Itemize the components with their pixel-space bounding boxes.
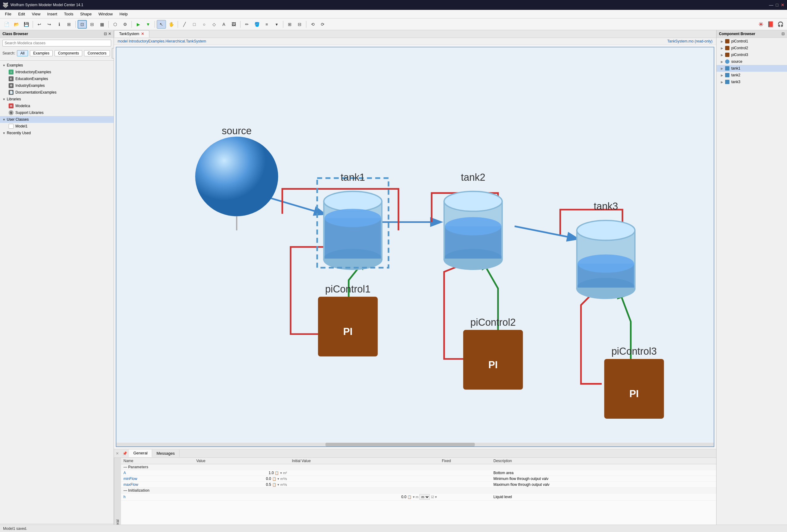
libraries-header[interactable]: ▼ Libraries	[0, 96, 114, 103]
tree-item-support[interactable]: S Support Libraries	[0, 109, 114, 116]
menu-insert[interactable]: Insert	[44, 11, 60, 17]
checkbox-icon[interactable]: ☑	[431, 495, 434, 499]
minimize-button[interactable]: —	[769, 2, 773, 7]
wolfram-icon[interactable]: ✳	[756, 20, 765, 29]
examples-header[interactable]: ▼ Examples	[0, 62, 114, 69]
pin-properties-button[interactable]: 📌	[121, 451, 129, 456]
redo-button[interactable]: ↪	[45, 20, 54, 29]
close-properties-button[interactable]: ✕	[114, 451, 121, 456]
info-button[interactable]: ℹ	[55, 20, 64, 29]
param-a-desc: Bottom area	[491, 470, 717, 476]
circle-tool[interactable]: ○	[199, 20, 209, 29]
tree-item-modelica[interactable]: M Modelica	[0, 103, 114, 109]
tree-item-documentation[interactable]: 📄 DocumentationExamples	[0, 89, 114, 96]
new-button[interactable]: 📄	[2, 20, 11, 29]
dropdown-icon[interactable]: ▾	[280, 471, 282, 475]
open-button[interactable]: 📂	[12, 20, 21, 29]
headset-icon[interactable]: 🎧	[776, 20, 785, 29]
filter-connectors[interactable]: Connectors	[84, 50, 110, 56]
export-button[interactable]: ⬡	[110, 20, 120, 29]
simulate-button[interactable]: ▶	[134, 20, 143, 29]
redo2-button[interactable]: ⟳	[318, 20, 327, 29]
filter-components[interactable]: Components	[55, 50, 82, 56]
save-button[interactable]: 💾	[22, 20, 31, 29]
pi-icon	[725, 52, 729, 57]
param-a-name[interactable]: A	[121, 470, 194, 476]
class-browser-restore[interactable]: ⊡	[104, 32, 107, 36]
dash-tool[interactable]: ▾	[272, 20, 281, 29]
param-maxflow-name[interactable]: maxFlow	[121, 482, 194, 488]
dropdown2-icon[interactable]: ▾	[435, 495, 437, 499]
comp-item-picontrol3[interactable]: ▶ piControl3	[717, 51, 787, 58]
comp-restore[interactable]: ⊡	[782, 32, 785, 36]
layer1-button[interactable]: ⊡	[78, 20, 87, 29]
group-tool[interactable]: ⊞	[285, 20, 294, 29]
fit-button[interactable]: ⊞	[64, 20, 73, 29]
edit-icon[interactable]: 📋	[272, 483, 276, 486]
image-tool[interactable]: 🖼	[229, 20, 238, 29]
user-classes-header[interactable]: ▼ User Classes	[0, 116, 114, 123]
simulate-dropdown[interactable]: ▼	[144, 20, 153, 29]
close-button[interactable]: ✕	[781, 2, 785, 7]
menu-tools[interactable]: Tools	[61, 11, 76, 17]
tree-item-industry[interactable]: ⚙ IndustryExamples	[0, 82, 114, 89]
dropdown-icon[interactable]: ▾	[413, 495, 415, 499]
line-tool[interactable]: ╱	[180, 20, 189, 29]
comp-item-picontrol2[interactable]: ▶ piControl2	[717, 45, 787, 51]
layer2-button[interactable]: ⊟	[87, 20, 97, 29]
unit-select[interactable]: m	[419, 494, 430, 500]
recently-used-header[interactable]: ▼ Recently Used	[0, 130, 114, 136]
menu-edit[interactable]: Edit	[15, 11, 28, 17]
menu-shape[interactable]: Shape	[77, 11, 95, 17]
param-minflow-name[interactable]: minFlow	[121, 476, 194, 482]
edit-icon[interactable]: 📋	[275, 471, 279, 475]
menu-window[interactable]: Window	[95, 11, 116, 17]
tank-system-tab[interactable]: TankSystem ✕	[114, 30, 149, 38]
tab-general[interactable]: General	[129, 449, 152, 457]
filter-examples[interactable]: Examples	[30, 50, 53, 56]
diamond-tool[interactable]: ◇	[209, 20, 219, 29]
tree-item-model1[interactable]: Model1	[0, 123, 114, 130]
edit-icon[interactable]: 📋	[407, 495, 412, 499]
tab-messages[interactable]: Messages	[152, 450, 179, 457]
settings-button[interactable]: ⚙	[121, 20, 130, 29]
fill-tool[interactable]: 🪣	[252, 20, 261, 29]
text-tool[interactable]: A	[219, 20, 229, 29]
align-tool[interactable]: ≡	[262, 20, 271, 29]
ungroup-tool[interactable]: ⊟	[295, 20, 304, 29]
comp-item-tank1[interactable]: ▶ tank1	[717, 65, 787, 72]
maximize-button[interactable]: □	[776, 2, 779, 7]
search-input[interactable]	[2, 40, 111, 46]
param-h-name[interactable]: h	[121, 493, 194, 501]
undo2-button[interactable]: ⟲	[308, 20, 317, 29]
undo-button[interactable]: ↩	[35, 20, 44, 29]
filter-all[interactable]: All	[17, 50, 28, 56]
dropdown-icon[interactable]: ▾	[277, 483, 279, 486]
comp-item-picontrol1[interactable]: ▶ piControl1	[717, 38, 787, 45]
side-tab-general[interactable]: General	[114, 458, 121, 532]
tree-item-education[interactable]: E EducationExamples	[0, 76, 114, 82]
menu-file[interactable]: File	[2, 11, 15, 17]
pen-tool[interactable]: ✏	[242, 20, 252, 29]
param-maxflow-desc: Maximum flow through output valv	[491, 482, 717, 488]
menu-view[interactable]: View	[29, 11, 43, 17]
pan-tool[interactable]: 🖐	[167, 20, 176, 29]
comp-label: piControl3	[731, 52, 748, 57]
notebook-icon[interactable]: 📕	[766, 20, 775, 29]
comp-item-tank3[interactable]: ▶ tank3	[717, 79, 787, 85]
select-tool[interactable]: ↖	[157, 20, 166, 29]
svg-point-15	[444, 191, 502, 212]
comp-item-tank2[interactable]: ▶ tank2	[717, 72, 787, 79]
comp-item-source[interactable]: ▶ source	[717, 58, 787, 65]
class-browser-close[interactable]: ✕	[108, 32, 111, 36]
menu-help[interactable]: Help	[116, 11, 131, 17]
dropdown-icon[interactable]: ▾	[277, 477, 279, 481]
layer3-button[interactable]: ▦	[97, 20, 107, 29]
tab-title: TankSystem	[119, 32, 139, 36]
model-canvas[interactable]: source tank1	[116, 47, 714, 447]
rect-tool[interactable]: □	[190, 20, 199, 29]
tree-item-introductory[interactable]: i IntroductoryExamples	[0, 69, 114, 76]
comp-label: source	[731, 59, 742, 64]
edit-icon[interactable]: 📋	[272, 477, 276, 481]
close-tab-button[interactable]: ✕	[141, 32, 144, 36]
